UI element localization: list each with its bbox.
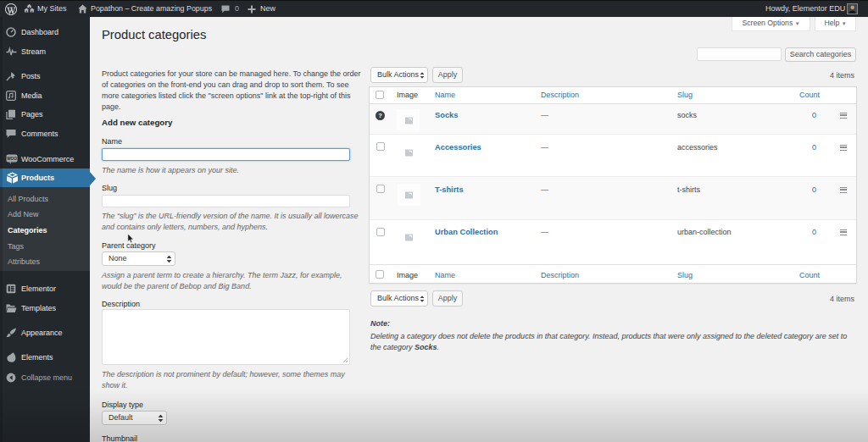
svg-text:WOO: WOO [7, 157, 17, 161]
